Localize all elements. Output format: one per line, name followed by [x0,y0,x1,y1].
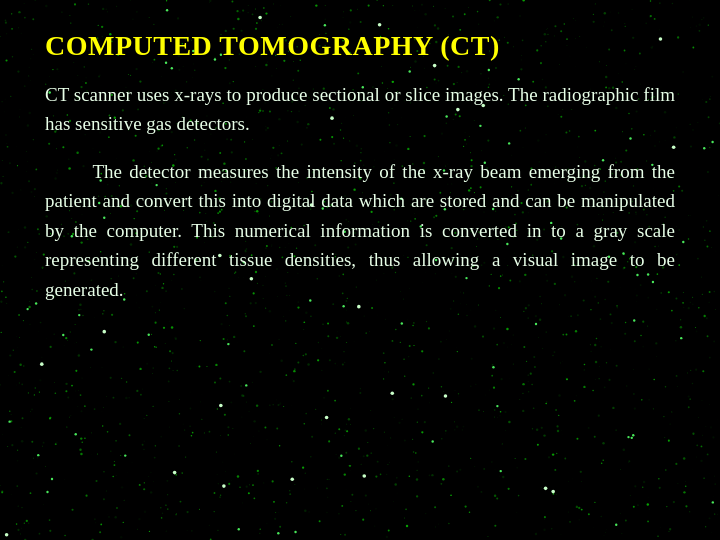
slide-title: COMPUTED TOMOGRAPHY (CT) [45,30,675,62]
slide-background: COMPUTED TOMOGRAPHY (CT) CT scanner uses… [0,0,720,540]
paragraph-2: The detector measures the intensity of t… [45,157,675,304]
slide-content: COMPUTED TOMOGRAPHY (CT) CT scanner uses… [0,0,720,540]
paragraph-1: CT scanner uses x-rays to produce sectio… [45,80,675,139]
